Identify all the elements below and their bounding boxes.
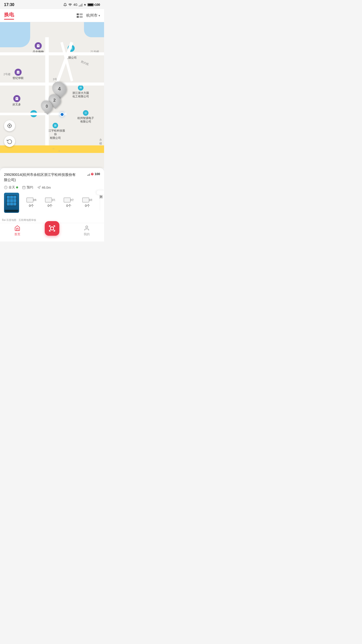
charging-icon: [84, 3, 86, 7]
svg-rect-1: [77, 13, 79, 15]
network-type: 4G: [73, 3, 77, 7]
svg-rect-4: [77, 16, 79, 18]
notification-icon: [63, 3, 67, 7]
station-info-row: 换 0个 充 0个 空 0个: [4, 193, 100, 213]
poi-icon-haoyouduo: [13, 95, 20, 102]
status-time: 17:30: [4, 3, 14, 7]
bottom-navigation: 首页 我的: [0, 223, 104, 242]
header-right: 杭州市 ▾: [76, 12, 100, 19]
map-container[interactable]: ← → 2号楼 3号楼 21号楼 荆大线 永楼 品全购物 世纪华联 好又多: [0, 22, 104, 168]
poi-label-zheda: 浙江浙大方圆化工有限公司: [72, 91, 89, 98]
road-horizontal-1: [0, 52, 104, 55]
svg-rect-17: [56, 125, 56, 125]
basket-icon-3: [15, 97, 19, 100]
scan-icon: [49, 225, 56, 232]
wifi-icon: [68, 3, 72, 7]
svg-rect-21: [80, 87, 80, 88]
signal-value: 100: [95, 172, 100, 176]
grid-icon: [77, 13, 83, 18]
battery-indicator: 100: [87, 3, 100, 7]
header-title-wrap: 换电: [4, 11, 14, 20]
station-door: [6, 195, 17, 206]
road-horizontal-2: [0, 83, 104, 86]
calendar-icon: [22, 186, 26, 189]
battery-icon-cha: [82, 197, 89, 203]
nav-item-home[interactable]: 首页: [10, 225, 25, 236]
profile-icon: [84, 225, 90, 231]
city-selector[interactable]: 杭州市 ▾: [86, 13, 100, 18]
basket-icon: [36, 44, 40, 48]
poi-icon-zhiyuan: [83, 110, 88, 116]
road-horizontal-3: [0, 113, 66, 115]
poi-icon-zheda: [78, 85, 83, 91]
poi-zheda[interactable]: 浙江浙大方圆化工有限公司: [72, 85, 89, 98]
poi-zhiyuan[interactable]: 杭州智源电子有限公司: [77, 110, 94, 124]
baidu-text: Bai 百度地图: [2, 219, 16, 221]
battery-type-chong: 充: [53, 198, 55, 202]
nav-item-mine[interactable]: 我的: [79, 225, 94, 236]
battery-slot-cha: 差 0个: [78, 197, 97, 208]
appointment-value: 预约: [27, 185, 33, 190]
svg-rect-36: [51, 227, 54, 230]
poi-label-shiji: 世纪华联: [13, 76, 24, 80]
status-bar: 17:30 4G 100: [0, 0, 104, 9]
battery-count-huan: 0个: [29, 204, 34, 208]
svg-marker-0: [84, 4, 86, 6]
pin-marker-0[interactable]: 0: [41, 100, 52, 113]
hours-value: 全天: [9, 185, 15, 190]
battery-slot-huan: 换 0个: [22, 197, 41, 208]
home-icon: [14, 225, 20, 231]
poi-shiji[interactable]: 世纪华联: [13, 69, 24, 80]
preview-card[interactable]: 测: [97, 190, 104, 194]
page-title: 换电: [4, 11, 14, 18]
history-button[interactable]: [4, 136, 15, 147]
poi-pinquan[interactable]: 品全购物: [33, 42, 44, 54]
battery-icon-huan: [26, 197, 33, 203]
chevron-down-icon: ▾: [99, 14, 100, 17]
battery-slots: 换 0个 充 0个 空 0个: [22, 197, 97, 208]
battery-icon-kong: [64, 197, 71, 203]
battery-slot-kong: 空 0个: [60, 197, 78, 208]
battery-icon-chong: [45, 197, 52, 203]
svg-rect-2: [79, 14, 83, 14]
building-icon-3: [79, 86, 82, 89]
status-green-dot: [16, 186, 18, 188]
meta-hours: 全天: [4, 185, 18, 190]
history-icon: [7, 139, 12, 144]
poi-label-haoyouduo: 好又多: [13, 103, 21, 106]
panel-divider: [100, 195, 100, 210]
road-label-yong: 永楼: [99, 138, 102, 145]
svg-rect-31: [23, 186, 25, 189]
battery-slot-chong: 充 0个: [41, 197, 59, 208]
svg-rect-19: [56, 126, 56, 126]
station-base: [5, 210, 18, 212]
scan-button[interactable]: [45, 221, 59, 236]
road-arrow-right: →: [57, 149, 61, 153]
panel-signal-bars: [87, 172, 90, 176]
meta-appointment: 预约: [22, 185, 33, 190]
svg-point-37: [86, 226, 88, 228]
svg-rect-6: [79, 17, 83, 18]
clock-icon: [4, 186, 8, 189]
battery-type-huan: 换: [34, 198, 37, 202]
svg-marker-35: [38, 186, 40, 189]
svg-rect-18: [55, 126, 55, 126]
panel-signal-area: ✕ 100: [85, 172, 100, 176]
building-2: 2号楼: [4, 72, 11, 76]
poi-icon-shiji: [15, 69, 22, 76]
locate-button[interactable]: [4, 120, 15, 131]
grid-list-toggle[interactable]: [76, 12, 83, 19]
user-location-dot: [60, 112, 64, 117]
building-icon-2: [54, 124, 57, 127]
city-name: 杭州市: [86, 13, 98, 18]
svg-rect-11: [71, 49, 72, 49]
battery-count-cha: 0个: [85, 204, 90, 208]
water-area: [0, 22, 30, 47]
yellow-road: ← →: [0, 145, 104, 153]
station-panel: 299280014(杭州市余杭区浙江宇松科技股份有限公司) ✕ 100 全天 预…: [0, 168, 104, 217]
poi-haoyouduo[interactable]: 好又多: [13, 95, 21, 106]
road-arrow-left: ←: [52, 147, 55, 150]
signal-error-dot: ✕: [91, 173, 94, 175]
nav-label-mine: 我的: [84, 232, 90, 236]
attribution-text: 互联网地图审核: [19, 219, 36, 221]
